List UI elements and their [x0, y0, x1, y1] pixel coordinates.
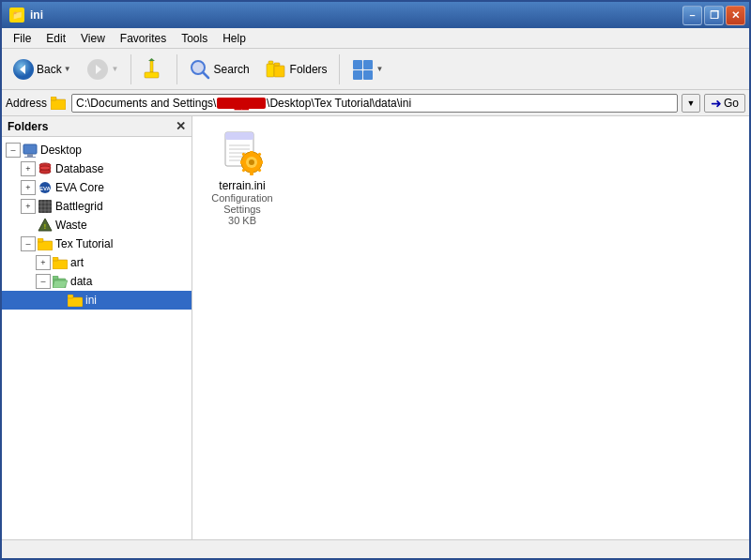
folders-panel-header: Folders ✕	[2, 116, 192, 137]
forward-icon	[86, 58, 109, 81]
svg-rect-5	[145, 72, 159, 78]
menu-view[interactable]: View	[73, 30, 113, 47]
svg-rect-19	[23, 144, 37, 154]
search-button[interactable]: Search	[182, 53, 256, 86]
ini-file-icon	[220, 130, 265, 175]
search-icon	[189, 58, 211, 81]
folders-tree: – Desktop +	[2, 137, 192, 539]
tree-expand-evacore[interactable]: +	[21, 180, 36, 195]
views-button[interactable]: ▼	[345, 53, 391, 86]
tree-icon-art	[53, 255, 68, 270]
tree-label-textutorial: Tex Tutorial	[55, 237, 113, 250]
svg-rect-4	[150, 61, 153, 72]
svg-rect-57	[250, 172, 253, 175]
go-arrow-icon: ➜	[711, 96, 722, 111]
tree-item-art[interactable]: + art	[2, 253, 192, 272]
svg-rect-42	[53, 276, 58, 280]
tree-item-database[interactable]: + Database	[2, 159, 192, 178]
folders-icon	[265, 58, 287, 81]
svg-marker-43	[53, 280, 68, 288]
forward-button[interactable]: ▼	[80, 53, 126, 86]
file-type: Configuration Settings	[207, 192, 278, 215]
svg-rect-15	[353, 70, 362, 80]
svg-rect-10	[268, 61, 273, 64]
toolbar-separator-2	[176, 54, 177, 84]
title-bar: 📁 ini – ❐ ✕	[2, 2, 749, 28]
tree-item-evacore[interactable]: + EVA EVA Core	[2, 178, 192, 197]
svg-rect-17	[51, 99, 66, 110]
tree-expand-art[interactable]: +	[36, 255, 51, 270]
svg-rect-39	[53, 260, 68, 269]
minimize-button[interactable]: –	[682, 6, 702, 25]
close-button[interactable]: ✕	[726, 6, 745, 25]
tree-item-data[interactable]: – data	[2, 272, 192, 291]
tree-expand-battlegrid[interactable]: +	[21, 199, 36, 214]
svg-rect-45	[68, 295, 73, 298]
menu-bar: File Edit View Favorites Tools Help	[2, 28, 749, 49]
svg-rect-38	[38, 238, 43, 242]
address-dropdown-button[interactable]: ▼	[682, 94, 700, 113]
tree-label-battlegrid: Battlegrid	[55, 200, 103, 213]
toolbar-separator-1	[130, 54, 131, 84]
views-dropdown-arrow[interactable]: ▼	[376, 65, 384, 73]
address-bar: Address C:\Documents and Settings\ ██ \D…	[2, 90, 749, 116]
tree-icon-ini	[68, 293, 83, 308]
svg-rect-21	[24, 157, 36, 158]
svg-rect-14	[363, 60, 373, 69]
back-button[interactable]: Back ▼	[6, 53, 78, 86]
tree-icon-desktop	[23, 143, 38, 158]
tree-item-battlegrid[interactable]: + Battlegrid	[2, 197, 192, 216]
tree-icon-waste: !	[38, 218, 53, 233]
folders-label: Folders	[290, 63, 328, 76]
menu-help[interactable]: Help	[215, 30, 253, 47]
tree-icon-data	[53, 274, 68, 289]
tree-label-evacore: EVA Core	[55, 181, 104, 194]
svg-rect-11	[274, 66, 284, 77]
file-size: 30 KB	[228, 215, 256, 226]
svg-text:!: !	[44, 223, 46, 230]
restore-button[interactable]: ❐	[704, 6, 724, 25]
address-value-suffix: \Desktop\Tex Tutorial\data\ini	[267, 97, 411, 110]
tree-expand-textutorial[interactable]: –	[21, 236, 36, 251]
tree-expand-desktop[interactable]: –	[6, 143, 21, 158]
tree-icon-textutorial	[38, 236, 53, 251]
tree-expand-data[interactable]: –	[36, 274, 51, 289]
tree-icon-database	[38, 161, 53, 176]
tree-label-desktop: Desktop	[40, 144, 82, 157]
svg-rect-12	[274, 63, 280, 66]
svg-rect-9	[267, 64, 274, 77]
tree-label-database: Database	[55, 162, 103, 175]
status-bar	[2, 539, 749, 558]
svg-rect-13	[353, 60, 362, 69]
go-button[interactable]: ➜ Go	[704, 94, 745, 113]
tree-item-waste[interactable]: ! Waste	[2, 216, 192, 235]
address-redacted: ██	[217, 98, 266, 109]
svg-rect-44	[68, 297, 83, 307]
menu-file[interactable]: File	[6, 30, 38, 47]
folders-panel: Folders ✕ – Desktop	[2, 116, 192, 539]
tree-icon-evacore: EVA	[38, 180, 53, 195]
tree-item-textutorial[interactable]: – Tex Tutorial	[2, 235, 192, 253]
folders-panel-close[interactable]: ✕	[176, 119, 186, 133]
svg-point-25	[39, 166, 51, 170]
back-dropdown-arrow[interactable]: ▼	[64, 65, 71, 73]
up-button[interactable]	[136, 53, 172, 86]
forward-dropdown-arrow[interactable]: ▼	[112, 65, 119, 73]
tree-label-data: data	[70, 275, 92, 288]
svg-point-55	[249, 159, 254, 165]
folders-button[interactable]: Folders	[258, 53, 334, 86]
up-icon	[143, 58, 165, 81]
svg-rect-59	[259, 160, 263, 164]
tree-expand-database[interactable]: +	[21, 161, 36, 176]
main-window: 📁 ini – ❐ ✕ File Edit View Favorites Too…	[0, 0, 751, 560]
back-icon	[12, 58, 35, 81]
tree-item-desktop[interactable]: – Desktop	[2, 141, 192, 159]
tree-item-ini[interactable]: ini	[2, 291, 192, 310]
menu-edit[interactable]: Edit	[38, 30, 73, 47]
svg-rect-56	[250, 151, 253, 155]
menu-tools[interactable]: Tools	[174, 30, 215, 47]
file-item-terrain-ini[interactable]: terrain.ini Configuration Settings 30 KB	[200, 124, 284, 233]
address-input-container[interactable]: C:\Documents and Settings\ ██ \Desktop\T…	[71, 94, 678, 113]
toolbar-separator-3	[339, 54, 340, 84]
menu-favorites[interactable]: Favorites	[113, 30, 174, 47]
